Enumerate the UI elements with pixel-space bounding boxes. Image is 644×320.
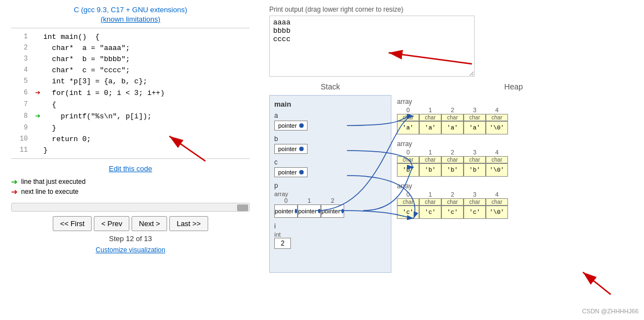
line-number-11: 11 xyxy=(11,146,28,154)
code-line-10: 10 return 0; xyxy=(11,133,250,144)
green-exec-arrow: ➔ xyxy=(35,111,41,122)
h-a-i1: 1 xyxy=(419,107,441,113)
var-i-name: i xyxy=(274,222,386,230)
output-box[interactable]: aaaa bbbb cccc xyxy=(269,16,475,77)
code-line-4: 4 char* c = "cccc"; xyxy=(11,64,250,76)
heap-b-val: 'b' 'b' 'b' 'b' '\0' xyxy=(397,163,630,177)
code-line-6: 6➔ for(int i = 0; i < 3; i++) xyxy=(11,87,250,99)
h-a-t0: char xyxy=(397,114,419,121)
h-b-t4: char xyxy=(486,156,508,163)
p-idx-row: 0 1 2 xyxy=(274,197,386,204)
code-line-9: 9 } xyxy=(11,122,250,133)
code-line-7: 7 { xyxy=(11,99,250,110)
var-p-type: array xyxy=(274,191,386,197)
line-number-6: 6 xyxy=(11,89,28,97)
p-cell-1: pointer xyxy=(298,204,321,218)
heap-c-idx: 0 1 2 3 4 xyxy=(397,191,630,198)
line-code-2: char* a = "aaaa"; xyxy=(43,44,130,52)
line-number-7: 7 xyxy=(11,101,28,108)
line-number-1: 1 xyxy=(11,33,28,41)
line-code-9: } xyxy=(43,124,56,132)
customize-link[interactable]: Customize visualization xyxy=(95,246,165,254)
h-c-i0: 0 xyxy=(397,191,419,198)
code-line-8: 8➔ printf("%s\n", p[i]); xyxy=(11,110,250,122)
h-c-t2: char xyxy=(441,198,464,206)
output-label: Print output (drag lower right corner to… xyxy=(269,6,636,13)
legend-green: ➔ line that just executed xyxy=(11,177,250,186)
h-c-v4: '\0' xyxy=(486,206,508,219)
line-number-5: 5 xyxy=(11,77,28,85)
heap-section: array 0 1 2 3 4 char char char char char xyxy=(391,95,636,273)
output-content: aaaa bbbb cccc xyxy=(273,18,471,43)
var-i: i int 2 xyxy=(274,222,386,249)
h-c-i3: 3 xyxy=(464,191,486,198)
h-c-t0: char xyxy=(397,198,419,206)
left-panel: C (gcc 9.3, C17 + GNU extensions) (known… xyxy=(0,0,261,320)
heap-a-idx: 0 1 2 3 4 xyxy=(397,107,630,113)
var-a: a pointer xyxy=(274,112,386,131)
h-c-i2: 2 xyxy=(441,191,464,198)
var-i-type: int xyxy=(274,231,386,238)
legend-green-text: line that just executed xyxy=(21,178,85,186)
stack-label: Stack xyxy=(269,82,391,91)
line-number-2: 2 xyxy=(11,44,28,52)
watermark: CSDN @ZHHHHJ66 xyxy=(582,308,638,314)
next-button[interactable]: Next > xyxy=(132,216,167,231)
h-a-v0: 'a' xyxy=(397,121,419,134)
heap-a-type: char char char char char xyxy=(397,114,630,121)
h-a-i0: 0 xyxy=(397,107,419,113)
var-b-pointer: pointer xyxy=(274,144,308,154)
step-info: Step 12 of 13 xyxy=(109,234,152,243)
prev-button[interactable]: < Prev xyxy=(94,216,129,231)
line-number-3: 3 xyxy=(11,55,28,63)
h-c-t4: char xyxy=(486,198,508,206)
h-a-v2: 'a' xyxy=(441,121,464,134)
line-arrow-8: ➔ xyxy=(32,111,43,122)
h-a-t4: char xyxy=(486,114,508,121)
line-arrow-6: ➔ xyxy=(32,87,43,98)
compiler-link[interactable]: (known limitations) xyxy=(100,15,160,23)
p-cell-2: pointer xyxy=(321,204,344,218)
var-c-name: c xyxy=(274,158,386,166)
h-a-t1: char xyxy=(419,114,441,121)
pointer-dot-a xyxy=(299,123,304,128)
first-button[interactable]: << First xyxy=(53,216,92,231)
line-code-10: return 0; xyxy=(43,135,91,143)
h-a-t2: char xyxy=(441,114,464,121)
h-b-t1: char xyxy=(419,156,441,163)
p-idx-1: 1 xyxy=(298,197,321,204)
legend-red: ➔ next line to execute xyxy=(11,187,250,196)
heap-b-type: char char char char char xyxy=(397,156,630,163)
h-b-t2: char xyxy=(441,156,464,163)
h-a-v4: '\0' xyxy=(486,121,508,134)
h-c-t3: char xyxy=(464,198,486,206)
heap-array-a-label: array xyxy=(397,98,630,106)
var-p: p array 0 1 2 pointer pointer xyxy=(274,182,386,218)
h-b-t3: char xyxy=(464,156,486,163)
heap-c-val: 'c' 'c' 'c' 'c' '\0' xyxy=(397,206,630,219)
code-line-5: 5 int *p[3] = {a, b, c}; xyxy=(11,76,250,87)
h-b-i2: 2 xyxy=(441,149,464,156)
green-arrow-icon: ➔ xyxy=(11,177,18,186)
compiler-title: C (gcc 9.3, C17 + GNU extensions) xyxy=(74,6,187,14)
heap-array-c: array 0 1 2 3 4 char char char char char xyxy=(397,182,630,219)
h-c-v3: 'c' xyxy=(464,206,486,219)
h-a-i3: 3 xyxy=(464,107,486,113)
var-a-name: a xyxy=(274,112,386,119)
heap-a-val: 'a' 'a' 'a' 'a' '\0' xyxy=(397,121,630,134)
line-code-3: char* b = "bbbb"; xyxy=(43,55,130,63)
line-number-10: 10 xyxy=(11,135,28,143)
edit-link[interactable]: Edit this code xyxy=(109,164,152,173)
heap-array-b: array 0 1 2 3 4 char char char char char xyxy=(397,140,630,177)
h-b-v4: '\0' xyxy=(486,163,508,177)
stack-section: main a pointer b pointer xyxy=(269,95,391,273)
scrollbar[interactable] xyxy=(11,203,250,212)
code-line-2: 2 char* a = "aaaa"; xyxy=(11,42,250,53)
p-idx-0: 0 xyxy=(274,197,298,204)
nav-buttons: << First < Prev Next > Last >> xyxy=(53,216,208,231)
h-a-t3: char xyxy=(464,114,486,121)
code-line-11: 11} xyxy=(11,144,250,156)
heap-c-type: char char char char char xyxy=(397,198,630,206)
last-button[interactable]: Last >> xyxy=(169,216,208,231)
h-a-v3: 'a' xyxy=(464,121,486,134)
